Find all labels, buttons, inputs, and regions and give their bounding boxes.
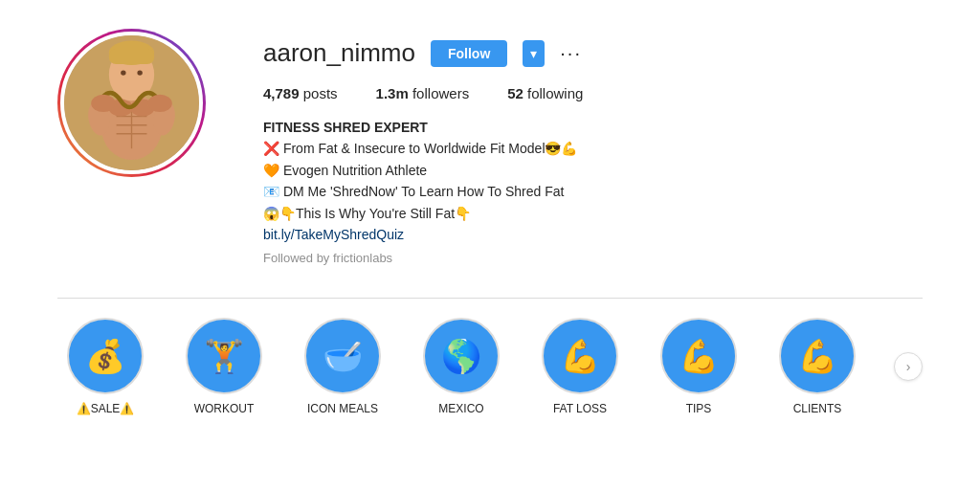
bio-line-1: ❌ From Fat & Insecure to Worldwide Fit M… bbox=[263, 138, 923, 159]
highlight-label-sale: ⚠️SALE⚠️ bbox=[77, 402, 135, 415]
highlight-label-workout: WORKOUT bbox=[194, 402, 255, 415]
bio-line-4: 😱👇This Is Why You're Still Fat👇 bbox=[263, 203, 923, 224]
profile-header-row: aaron_nimmo Follow ▾ ··· bbox=[263, 38, 923, 68]
username: aaron_nimmo bbox=[263, 38, 415, 68]
highlight-label-mexico: MEXICO bbox=[438, 402, 483, 415]
posts-stat: 4,789 posts bbox=[263, 85, 338, 101]
svg-point-15 bbox=[137, 70, 142, 75]
avatar-wrapper bbox=[57, 29, 206, 177]
highlight-item-tips[interactable]: 💪TIPS bbox=[651, 318, 746, 415]
bio-title: FITNESS SHRED EXPERT bbox=[263, 117, 923, 138]
bio-link[interactable]: bit.ly/TakeMyShredQuiz bbox=[263, 227, 404, 242]
highlight-circle-fat-loss: 💪 bbox=[542, 318, 618, 394]
highlight-circle-workout: 🏋 bbox=[186, 318, 262, 394]
avatar-image bbox=[64, 35, 199, 170]
highlight-item-icon-meals[interactable]: 🥣ICON MEALS bbox=[295, 318, 390, 415]
highlight-label-tips: TIPS bbox=[686, 402, 712, 415]
highlight-circle-clients: 💪 bbox=[779, 318, 856, 394]
highlights-container: 💰⚠️SALE⚠️🏋WORKOUT🥣ICON MEALS🌎MEXICO💪FAT … bbox=[57, 318, 894, 415]
highlight-label-fat-loss: FAT LOSS bbox=[553, 402, 607, 415]
svg-rect-13 bbox=[109, 49, 154, 64]
highlights-section: 💰⚠️SALE⚠️🏋WORKOUT🥣ICON MEALS🌎MEXICO💪FAT … bbox=[57, 298, 923, 415]
follow-dropdown-button[interactable]: ▾ bbox=[523, 40, 545, 67]
highlight-label-icon-meals: ICON MEALS bbox=[307, 402, 378, 415]
highlight-circle-mexico: 🌎 bbox=[423, 318, 500, 394]
more-options-button[interactable]: ··· bbox=[560, 42, 582, 64]
profile-page: aaron_nimmo Follow ▾ ··· 4,789 posts 1.3… bbox=[0, 0, 980, 490]
stats-row: 4,789 posts 1.3m followers 52 following bbox=[263, 85, 923, 101]
highlight-circle-tips: 💪 bbox=[660, 318, 737, 394]
svg-point-14 bbox=[121, 70, 125, 75]
highlight-item-fat-loss[interactable]: 💪FAT LOSS bbox=[532, 318, 628, 415]
highlights-next-button[interactable]: › bbox=[894, 352, 923, 381]
highlight-label-clients: CLIENTS bbox=[793, 402, 842, 415]
bio-line-2: 🧡 Evogen Nutrition Athlete bbox=[263, 160, 923, 181]
profile-info: aaron_nimmo Follow ▾ ··· 4,789 posts 1.3… bbox=[263, 29, 923, 269]
profile-top: aaron_nimmo Follow ▾ ··· 4,789 posts 1.3… bbox=[57, 29, 923, 269]
bio: FITNESS SHRED EXPERT ❌ From Fat & Insecu… bbox=[263, 117, 923, 269]
following-stat[interactable]: 52 following bbox=[507, 85, 583, 101]
highlight-item-clients[interactable]: 💪CLIENTS bbox=[769, 318, 865, 415]
svg-point-17 bbox=[147, 95, 171, 112]
followers-stat[interactable]: 1.3m followers bbox=[376, 85, 470, 101]
highlight-circle-sale: 💰 bbox=[67, 318, 144, 394]
follow-button[interactable]: Follow bbox=[431, 40, 507, 67]
bio-line-3: 📧 DM Me 'ShredNow' To Learn How To Shred… bbox=[263, 181, 923, 202]
svg-point-16 bbox=[91, 95, 115, 112]
highlight-item-mexico[interactable]: 🌎MEXICO bbox=[413, 318, 509, 415]
followed-by: Followed by frictionlabs bbox=[263, 249, 923, 269]
avatar bbox=[60, 32, 203, 174]
highlight-item-sale[interactable]: 💰⚠️SALE⚠️ bbox=[57, 318, 153, 415]
highlight-item-workout[interactable]: 🏋WORKOUT bbox=[176, 318, 272, 415]
highlight-circle-icon-meals: 🥣 bbox=[304, 318, 381, 394]
